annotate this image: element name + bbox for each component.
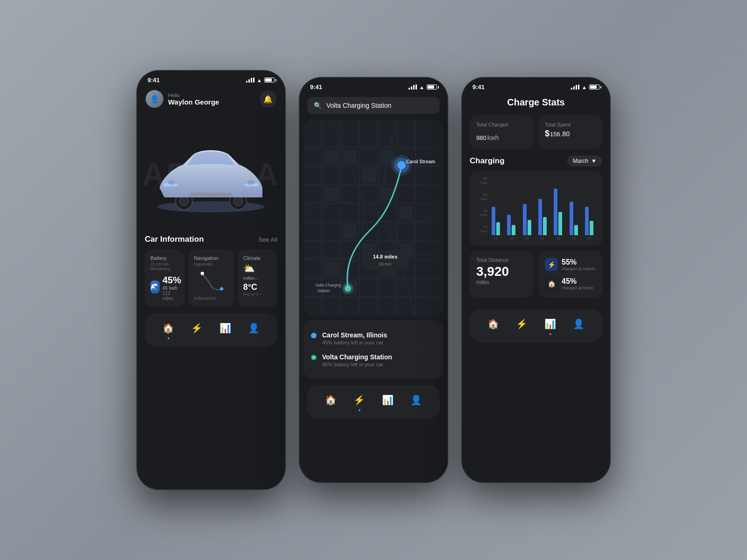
x-label-0: 14 <box>493 236 498 240</box>
svg-text:14.8 miles: 14.8 miles <box>373 254 398 259</box>
signal-icon-3 <box>571 84 579 90</box>
bar-group-5 <box>570 189 578 235</box>
svg-point-9 <box>168 180 175 185</box>
nav-card-title: Navigation <box>194 255 228 261</box>
time-3: 9:41 <box>472 84 485 91</box>
battery-kwh: 45 kwh <box>162 286 181 291</box>
chart-col-3: 17 <box>536 189 549 240</box>
dollar-sign: $ <box>545 129 550 138</box>
direction-dest: Volta Charging Station 90% battery left … <box>311 349 436 371</box>
svg-point-45 <box>391 155 412 175</box>
climate-card[interactable]: Climate ⛅ Indian... 8°C Day 10°C - <box>238 250 277 307</box>
bar-group-2 <box>523 189 531 235</box>
nav-home-3[interactable]: 🏠 <box>484 315 503 333</box>
search-text: Volta Charging Station <box>326 102 391 109</box>
battery-card[interactable]: Battery 1h 30 min Remaining 🌊 45% 45 kwh… <box>145 250 184 307</box>
charge-stats-title: Charge Stats <box>461 93 611 115</box>
chart-col-1: 15 <box>505 189 517 240</box>
chart-container: 90kwh 60kwh 30kwh 00kwh <box>470 171 602 246</box>
bottom-nav-3: 🏠 ⚡ 📊 👤 <box>470 309 602 343</box>
phones-container: 9:41 ▲ 👤 Hello Waylon Geor <box>136 70 611 490</box>
wifi-icon-3: ▲ <box>582 84 587 90</box>
svg-point-0 <box>157 201 265 212</box>
user-name: Waylon George <box>168 98 219 106</box>
x-label-4: 18 <box>556 236 560 240</box>
battery-icon-2 <box>427 84 437 90</box>
nav-profile-2[interactable]: 👤 <box>407 391 426 409</box>
nav-stats-2[interactable]: 📊 <box>379 391 397 409</box>
nav-home-1[interactable]: 🏠 <box>159 319 178 337</box>
chart-col-5: 19 <box>567 189 580 240</box>
station-label: charged at station <box>562 266 595 271</box>
bar-blue-6 <box>585 207 589 235</box>
svg-point-2 <box>179 196 189 206</box>
svg-point-42 <box>342 283 353 294</box>
svg-text:Volta Charging: Volta Charging <box>315 283 341 287</box>
bar-blue-4 <box>554 189 557 235</box>
bar-blue-0 <box>492 207 495 235</box>
search-bar[interactable]: 🔍 Volta Charging Station <box>307 97 440 114</box>
station-icon: ⚡ <box>545 258 558 271</box>
user-info: 👤 Hello Waylon George <box>146 90 219 108</box>
chart-y-axis: 90kwh 60kwh 30kwh 00kwh <box>476 177 487 242</box>
home-label: charged at home <box>562 286 593 290</box>
svg-rect-34 <box>399 206 413 220</box>
distance-unit: miles <box>476 279 527 286</box>
home-pct: 45% <box>562 277 593 286</box>
bar-teal-4 <box>558 212 562 235</box>
nav-to: Indianapolis <box>194 296 228 301</box>
nav-profile-1[interactable]: 👤 <box>245 319 263 337</box>
notification-button[interactable]: 🔔 <box>260 91 276 107</box>
bar-teal-0 <box>496 222 500 235</box>
status-bar-3: 9:41 ▲ <box>461 77 611 93</box>
chart-bars-container: 14 15 <box>489 177 596 242</box>
wifi-icon-2: ▲ <box>419 84 424 90</box>
nav-charger-2[interactable]: ⚡ <box>350 391 369 409</box>
total-charged-label: Total Charged <box>476 122 527 127</box>
origin-dot <box>311 333 317 338</box>
status-icons-3: ▲ <box>571 84 599 90</box>
nav-charger-3[interactable]: ⚡ <box>513 315 531 333</box>
phone-1: 9:41 ▲ 👤 Hello Waylon Geor <box>136 70 286 490</box>
nav-charger-1[interactable]: ⚡ <box>188 319 206 337</box>
battery-icon <box>264 77 275 83</box>
bar-blue-1 <box>507 215 511 235</box>
total-spent-label: Total Spent <box>545 122 596 127</box>
y-label-90: 90kwh <box>476 177 487 185</box>
x-label-1: 15 <box>509 236 514 240</box>
total-charged-value: 980kwh <box>476 129 527 142</box>
svg-point-4 <box>233 196 243 206</box>
dest-dot <box>311 355 317 360</box>
nav-profile-3[interactable]: 👤 <box>570 315 588 333</box>
svg-rect-28 <box>324 150 338 164</box>
nav-stats-3[interactable]: 📊 <box>541 315 560 333</box>
direction-origin: Carol Stream, Illinois 45% battery left … <box>311 328 436 349</box>
charge-breakdown-card: ⚡ 55% charged at station 🏠 45% charged a… <box>538 251 602 298</box>
phone-3: 9:41 ▲ Charge Stats Total Charged <box>461 77 611 483</box>
nav-home-2[interactable]: 🏠 <box>322 391 340 409</box>
battery-miles: 112 miles <box>162 291 181 301</box>
battery-remaining: 1h 30 min Remaining <box>150 262 179 271</box>
distance-label: Total Distance <box>476 257 527 263</box>
battery-icon-3 <box>589 84 599 90</box>
map-container[interactable]: Carol Stream Volta Charging Station 14.8… <box>303 119 444 315</box>
battery-visual: 🌊 45% 45 kwh 112 miles <box>150 275 179 301</box>
signal-icon-2 <box>409 84 417 90</box>
svg-point-10 <box>247 180 254 185</box>
svg-text:AFEELA: AFEELA <box>204 193 218 197</box>
time-2: 9:41 <box>310 84 322 91</box>
wifi-icon: ▲ <box>257 77 262 83</box>
status-bar-1: 9:41 ▲ <box>136 70 286 86</box>
car-image: AFEELA <box>146 127 276 221</box>
chart-col-0: 14 <box>489 189 502 240</box>
bar-group-1 <box>507 189 515 235</box>
charged-unit: kwh <box>487 134 499 141</box>
see-all-button[interactable]: See All <box>259 236 277 243</box>
status-icons-2: ▲ <box>409 84 437 90</box>
station-breakdown: ⚡ 55% charged at station <box>545 255 596 274</box>
nav-stats-1[interactable]: 📊 <box>216 319 235 337</box>
total-charged-card: Total Charged 980kwh <box>470 115 534 149</box>
bottom-nav-2: 🏠 ⚡ 📊 👤 <box>307 385 440 419</box>
navigation-card[interactable]: Navigation Naperville Indianapolis <box>188 250 234 307</box>
month-selector[interactable]: March ▼ <box>567 155 602 167</box>
